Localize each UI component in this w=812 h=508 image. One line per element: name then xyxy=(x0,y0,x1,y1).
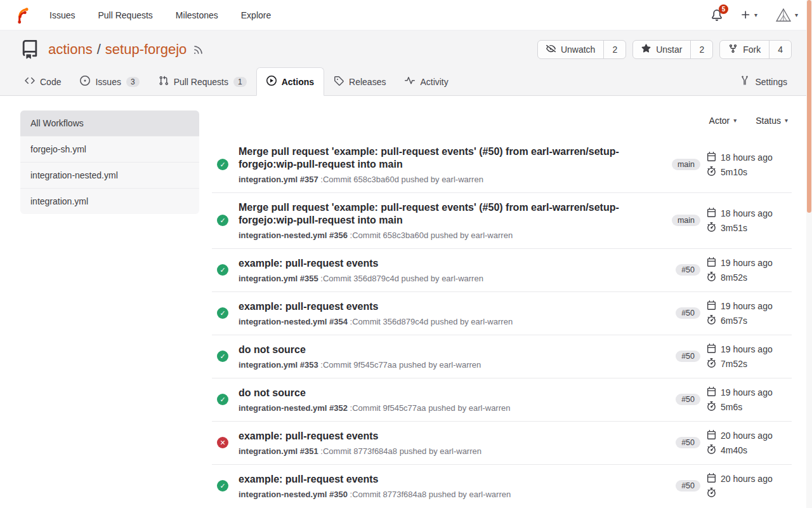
run-ref-badge[interactable]: main xyxy=(672,159,700,170)
run-row[interactable]: example: pull-request events integration… xyxy=(212,249,792,292)
run-time-ago: 20 hours ago xyxy=(721,431,773,441)
tab-actions[interactable]: Actions xyxy=(256,67,324,96)
tab-issues[interactable]: Issues 3 xyxy=(70,68,148,95)
chevron-down-icon: ▾ xyxy=(733,117,737,124)
eye-slash-icon xyxy=(546,44,556,55)
chevron-down-icon: ▾ xyxy=(754,12,757,18)
run-list: Merge pull request 'example: pull-reques… xyxy=(212,137,792,507)
run-workflow-ref: integration-nested.yml #354 xyxy=(239,317,348,326)
run-commit-info: :Commit 9f545c77aa pushed by earl-warren xyxy=(350,403,511,413)
tools-icon xyxy=(740,76,750,88)
run-row[interactable]: Merge pull request 'example: pull-reques… xyxy=(212,137,792,193)
stopwatch-icon xyxy=(707,401,716,413)
nav-link-issues[interactable]: Issues xyxy=(49,10,75,20)
user-menu-button[interactable]: ▾ xyxy=(775,7,798,23)
run-ref-badge[interactable]: #50 xyxy=(676,394,700,405)
tab-releases-label: Releases xyxy=(349,77,386,87)
nav-link-pull-requests[interactable]: Pull Requests xyxy=(98,10,152,20)
actions-page-content: All Workflows forgejo-sh.yml integration… xyxy=(0,96,812,507)
run-row[interactable]: do not source integration.yml #353 :Comm… xyxy=(212,335,792,378)
nav-link-explore[interactable]: Explore xyxy=(241,10,271,20)
watch-count[interactable]: 2 xyxy=(603,41,625,58)
repo-name-link[interactable]: setup-forgejo xyxy=(105,41,187,58)
run-row[interactable]: example: pull-request events integration… xyxy=(212,292,792,335)
tab-settings[interactable]: Settings xyxy=(730,68,797,95)
run-title[interactable]: do not source xyxy=(239,387,654,399)
rss-icon[interactable] xyxy=(193,44,204,55)
tab-actions-label: Actions xyxy=(282,77,314,87)
nav-link-milestones[interactable]: Milestones xyxy=(176,10,218,20)
run-subtitle: integration-nested.yml #350 :Commit 8773… xyxy=(239,490,668,499)
run-row[interactable]: example: pull-request events integration… xyxy=(212,422,792,465)
tab-issues-label: Issues xyxy=(95,77,121,87)
run-commit-info: :Commit 9f545c77aa pushed by earl-warren xyxy=(320,360,481,370)
tab-pull-requests[interactable]: Pull Requests 1 xyxy=(149,68,256,95)
run-failure-icon xyxy=(217,437,228,448)
run-title[interactable]: do not source xyxy=(239,344,654,356)
run-title[interactable]: example: pull-request events xyxy=(239,430,654,443)
run-duration: 5m10s xyxy=(721,167,747,177)
run-filters: Actor ▾ Status ▾ xyxy=(212,104,792,131)
run-time-ago: 19 hours ago xyxy=(721,258,773,268)
unstar-button[interactable]: Unstar 2 xyxy=(632,40,713,59)
tab-activity[interactable]: Activity xyxy=(395,68,457,95)
unwatch-button[interactable]: Unwatch 2 xyxy=(537,40,626,59)
run-row[interactable]: Merge pull request 'example: pull-reques… xyxy=(212,193,792,249)
run-row[interactable]: do not source integration-nested.yml #35… xyxy=(212,378,792,422)
run-ref-badge[interactable]: #50 xyxy=(676,437,700,448)
repo-owner-link[interactable]: actions xyxy=(48,41,93,58)
repo-header: actions / setup-forgejo Unwatch 2 xyxy=(0,30,812,96)
run-title[interactable]: example: pull-request events xyxy=(239,257,654,270)
run-success-icon xyxy=(217,480,228,491)
calendar-icon xyxy=(707,473,716,485)
run-ref-badge[interactable]: #50 xyxy=(676,480,700,491)
run-row[interactable]: example: pull-request events integration… xyxy=(212,465,792,507)
run-workflow-ref: integration-nested.yml #352 xyxy=(239,403,348,413)
create-new-button[interactable]: ▾ xyxy=(740,10,757,20)
issue-opened-icon xyxy=(80,76,90,88)
tab-pull-requests-label: Pull Requests xyxy=(174,77,228,87)
run-success-icon xyxy=(217,351,228,362)
notifications-button[interactable]: 5 xyxy=(711,10,723,21)
run-time-ago: 19 hours ago xyxy=(721,301,773,311)
run-duration: 7m52s xyxy=(721,359,747,369)
sidebar-item-integration[interactable]: integration.yml xyxy=(20,189,199,214)
actor-filter-label: Actor xyxy=(709,116,730,126)
runs-panel: Actor ▾ Status ▾ Merge pull request 'exa… xyxy=(212,104,792,507)
run-title[interactable]: example: pull-request events xyxy=(239,473,654,486)
sidebar-item-all-workflows[interactable]: All Workflows xyxy=(20,110,199,137)
calendar-icon xyxy=(707,430,716,441)
fork-button[interactable]: Fork 4 xyxy=(719,40,792,59)
repo-book-icon xyxy=(20,40,39,59)
status-filter-dropdown[interactable]: Status ▾ xyxy=(756,116,788,126)
tab-code[interactable]: Code xyxy=(15,68,70,95)
unwatch-label: Unwatch xyxy=(561,44,595,55)
stopwatch-icon xyxy=(707,488,716,499)
sidebar-item-integration-nested[interactable]: integration-nested.yml xyxy=(20,163,199,189)
tab-releases[interactable]: Releases xyxy=(324,68,395,95)
git-pull-request-icon xyxy=(159,76,169,88)
run-subtitle: integration.yml #353 :Commit 9f545c77aa … xyxy=(239,360,668,370)
page-scrollbar[interactable] xyxy=(806,0,812,508)
actor-filter-dropdown[interactable]: Actor ▾ xyxy=(709,116,737,126)
forgejo-logo-icon[interactable] xyxy=(14,5,32,25)
fork-count[interactable]: 4 xyxy=(769,41,791,58)
star-count[interactable]: 2 xyxy=(690,41,712,58)
repo-tabs: Code Issues 3 Pull Requests 1 Actions Re… xyxy=(0,67,812,96)
run-time-ago: 18 hours ago xyxy=(721,152,773,163)
run-title[interactable]: Merge pull request 'example: pull-reques… xyxy=(239,145,654,171)
run-ref-badge[interactable]: #50 xyxy=(676,264,700,276)
stopwatch-icon xyxy=(707,272,716,283)
run-ref-badge[interactable]: main xyxy=(672,215,700,226)
calendar-icon xyxy=(707,208,716,219)
run-ref-badge[interactable]: #50 xyxy=(676,307,700,319)
run-success-icon xyxy=(217,394,228,405)
run-workflow-ref: integration-nested.yml #350 xyxy=(239,490,348,499)
scrollbar-thumb[interactable] xyxy=(807,0,811,213)
run-duration: 6m57s xyxy=(721,316,747,326)
run-ref-badge[interactable]: #50 xyxy=(676,351,700,362)
run-title[interactable]: example: pull-request events xyxy=(239,300,654,313)
run-title[interactable]: Merge pull request 'example: pull-reques… xyxy=(239,201,654,227)
sidebar-item-forgejo-sh[interactable]: forgejo-sh.yml xyxy=(20,137,199,163)
tag-icon xyxy=(334,76,344,88)
